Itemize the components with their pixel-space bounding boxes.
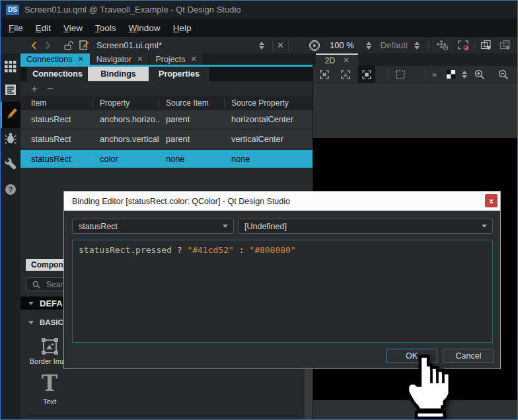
section-label: DEFA xyxy=(40,298,63,308)
stepper-icon[interactable] xyxy=(462,71,467,79)
help-question-icon[interactable]: ? xyxy=(5,184,17,195)
menu-bar: FileEditViewToolsWindowHelp xyxy=(1,18,517,37)
chevron-down-icon xyxy=(28,321,34,324)
table-row[interactable]: statusRectcolornonenone xyxy=(20,150,313,168)
unlock-icon[interactable] xyxy=(63,40,73,51)
text-component-icon[interactable]: T xyxy=(40,370,59,396)
tab-connections[interactable]: Connections✕ xyxy=(20,53,91,65)
snap-anchors-icon[interactable]: A xyxy=(340,68,352,81)
close-icon[interactable]: ✕ xyxy=(137,55,143,63)
expression-code: statusRect.pressed ? "#41cd52" : "#80808… xyxy=(79,245,492,255)
panel-tab-bar: Connections✕Navigator✕Projects✕ xyxy=(20,53,313,65)
run-preview-icon[interactable] xyxy=(309,40,320,52)
show-bounds-icon[interactable] xyxy=(394,68,406,81)
table-cell: statusRect xyxy=(20,114,93,124)
close-icon[interactable]: ✕ xyxy=(191,55,197,63)
state-stepper-icon[interactable] xyxy=(414,42,420,50)
border-image-icon[interactable] xyxy=(41,337,59,355)
code-token-string: "#41cd52" xyxy=(187,245,233,255)
connections-subtab-bar: ConnectionsBindingsProperties xyxy=(20,67,313,81)
snap-objects-icon[interactable] xyxy=(361,68,373,81)
open-file-name[interactable]: Screen01.ui.qml* xyxy=(96,40,210,50)
search-icon xyxy=(32,281,40,289)
chevron-down-icon xyxy=(482,225,487,228)
tools-wrench-icon[interactable] xyxy=(5,158,17,170)
close-icon[interactable]: ✕ xyxy=(343,56,349,65)
state-selector-value[interactable]: Default xyxy=(381,40,408,50)
subtab-properties[interactable]: Properties xyxy=(149,67,209,81)
zoom-stepper-icon[interactable] xyxy=(366,42,371,50)
menu-window[interactable]: Window xyxy=(129,23,161,33)
table-row[interactable]: statusRectanchors.vertical...parentverti… xyxy=(20,130,313,148)
zoom-in-icon[interactable] xyxy=(474,68,486,81)
dialog-title-bar[interactable]: Binding Editor [statusRect.color: QColor… xyxy=(64,192,500,211)
menu-view[interactable]: View xyxy=(63,23,83,33)
menu-help[interactable]: Help xyxy=(173,23,192,33)
edit-mode-icon[interactable] xyxy=(5,84,17,96)
tab-label: Projects xyxy=(155,55,185,64)
menu-edit[interactable]: Edit xyxy=(36,23,51,33)
binding-editor-dialog: Binding Editor [statusRect.color: QColor… xyxy=(63,191,501,369)
menu-file[interactable]: File xyxy=(9,23,23,33)
expression-editor[interactable]: statusRect.pressed ? "#41cd52" : "#80808… xyxy=(72,240,493,343)
sync-clock-icon[interactable] xyxy=(436,40,449,52)
subtab-bindings[interactable]: Bindings xyxy=(88,67,149,81)
dialog-close-button[interactable]: x xyxy=(485,194,498,207)
table-cell: verticalCenter xyxy=(225,134,313,144)
dialog-title: Binding Editor [statusRect.color: QColor… xyxy=(72,197,290,206)
component-text-label[interactable]: Text xyxy=(23,398,76,405)
back-icon[interactable] xyxy=(30,41,39,50)
code-token-operator: ? xyxy=(172,245,187,255)
table-cell: anchors.vertical... xyxy=(93,134,159,144)
design-pencil-icon[interactable] xyxy=(5,107,17,123)
column-header: Property xyxy=(93,98,159,108)
zoom-level-value[interactable]: 100 % xyxy=(330,40,354,50)
table-cell: color xyxy=(93,154,159,164)
copy-style-icon[interactable] xyxy=(480,40,493,52)
title-bar: DS Screen01.ui.qml @ Traveoll_Example - … xyxy=(1,1,517,18)
tab-projects[interactable]: Projects✕ xyxy=(149,53,203,65)
file-stepper-icon[interactable] xyxy=(259,42,264,50)
paste-style-icon[interactable] xyxy=(500,40,512,52)
live-preview-off-icon[interactable] xyxy=(457,40,470,52)
main-toolbar: Screen01.ui.qml* ✕ 100 % Default xyxy=(1,37,517,53)
table-cell: parent xyxy=(159,134,225,144)
search-text: Sear xyxy=(46,280,63,289)
tab-label: Navigator xyxy=(96,55,132,64)
app-window: DS Screen01.ui.qml @ Traveoll_Example - … xyxy=(0,0,518,420)
table-cell: statusRect xyxy=(20,134,93,144)
tab-2d[interactable]: 2D ✕ xyxy=(316,53,358,66)
combo-value: statusRect xyxy=(79,222,118,231)
column-header: Source Item xyxy=(159,98,225,108)
code-token-operator: : xyxy=(234,245,249,255)
source-property-combobox[interactable]: [Undefined] xyxy=(238,219,493,234)
target-item-combobox[interactable]: statusRect xyxy=(72,219,234,234)
no-snap-icon[interactable] xyxy=(318,68,330,81)
background-checker-icon[interactable] xyxy=(445,68,457,81)
subtab-connections[interactable]: Connections xyxy=(27,67,88,81)
code-token-identifier: statusRect.pressed xyxy=(79,245,172,255)
add-binding-button[interactable]: + xyxy=(31,83,38,94)
table-cell: none xyxy=(225,154,313,164)
menu-tools[interactable]: Tools xyxy=(95,23,116,33)
column-header: Item xyxy=(20,98,93,108)
tab-navigator[interactable]: Navigator✕ xyxy=(91,53,150,65)
form-editor-toolbar: A » xyxy=(313,66,518,83)
svg-text:?: ? xyxy=(9,186,13,193)
table-row[interactable]: statusRectanchors.horizo...parenthorizon… xyxy=(20,110,313,128)
remove-binding-button[interactable]: − xyxy=(47,83,54,94)
welcome-grid-icon[interactable] xyxy=(5,61,17,73)
table-cell: statusRect xyxy=(20,154,93,164)
binding-toolbar: + − xyxy=(20,81,313,96)
close-icon[interactable]: ✕ xyxy=(78,55,84,63)
debug-bug-icon[interactable] xyxy=(5,132,17,145)
forward-icon[interactable] xyxy=(43,41,52,50)
zoom-out-icon[interactable] xyxy=(498,68,509,81)
close-file-icon[interactable]: ✕ xyxy=(277,40,284,50)
column-header: Source Property xyxy=(225,98,313,108)
toolbar-overflow-button[interactable]: » xyxy=(432,69,437,79)
window-title: Screen01.ui.qml @ Traveoll_Example - Qt … xyxy=(24,5,241,15)
combo-value: [Undefined] xyxy=(244,222,287,231)
hand-cursor xyxy=(398,355,453,419)
bindings-table: statusRectanchors.horizo...parenthorizon… xyxy=(20,110,313,170)
